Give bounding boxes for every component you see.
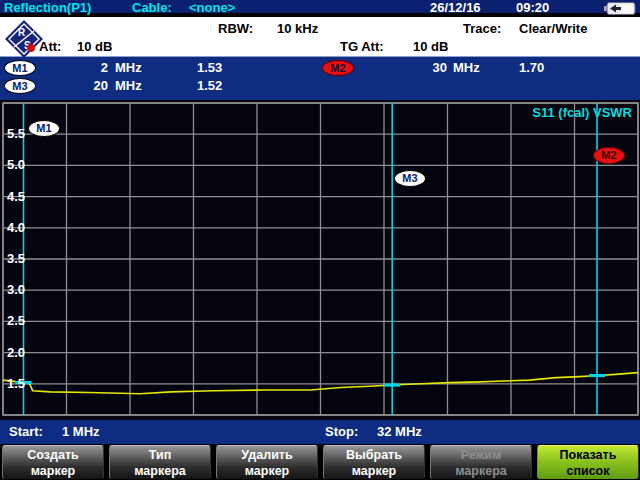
softkey-label: маркер xyxy=(324,463,424,479)
cable-label: Cable: xyxy=(132,0,172,15)
marker-m2-badge: M2 xyxy=(322,60,354,76)
frequency-range-bar: Start: 1 MHz Stop: 32 MHz xyxy=(0,420,640,444)
marker-m2-value: 1.70 xyxy=(519,60,544,76)
softkey-label: список xyxy=(538,463,638,479)
trace-title: S11 (fcal) VSWR xyxy=(532,105,632,120)
y-axis-label: 4.0 xyxy=(7,220,25,236)
marker-m3-badge: M3 xyxy=(4,78,36,94)
marker-m1-frequency: 2 xyxy=(40,60,108,76)
time-text: 09:20 xyxy=(516,0,549,15)
marker-m3-unit: MHz xyxy=(115,78,142,94)
softkey-marker-mode[interactable]: Режим маркера xyxy=(430,445,532,479)
graph-marker-m2-badge[interactable]: M2 xyxy=(593,147,625,164)
softkey-show-list[interactable]: Показать список xyxy=(537,445,639,479)
softkey-label: Создать xyxy=(3,447,103,463)
stop-value: 32 MHz xyxy=(377,424,422,440)
softkey-select-marker[interactable]: Выбрать маркер xyxy=(323,445,425,479)
marker-m1-badge: M1 xyxy=(4,60,36,76)
graph-marker-m1-badge[interactable]: M1 xyxy=(28,120,60,137)
softkey-label: маркер xyxy=(217,463,317,479)
y-axis-label: 2.5 xyxy=(7,313,25,329)
graph-marker-m3-badge[interactable]: M3 xyxy=(394,170,426,187)
att-label: Att: xyxy=(39,39,61,55)
measurement-mode-label: Reflection(P1) xyxy=(4,0,91,15)
start-value: 1 MHz xyxy=(62,424,100,440)
softkey-delete-marker[interactable]: Удалить маркер xyxy=(216,445,318,479)
y-axis-label: 3.0 xyxy=(7,282,25,298)
y-axis-label: 2.0 xyxy=(7,345,25,361)
marker-m2-unit: MHz xyxy=(453,60,480,76)
red-dot-icon xyxy=(27,44,35,52)
rbw-label: RBW: xyxy=(218,21,253,37)
marker-readout-bar: M1 2 MHz 1.53 M2 30 MHz 1.70 M3 20 MHz 1… xyxy=(0,57,640,100)
marker-m1-unit: MHz xyxy=(115,60,142,76)
vswr-chart xyxy=(0,100,640,420)
settings-header: R S RBW: 10 kHz Trace: Clear/Write Att: … xyxy=(0,17,640,57)
marker-m2-frequency: 30 xyxy=(360,60,447,76)
softkey-label: Тип xyxy=(110,447,210,463)
start-label: Start: xyxy=(9,424,43,440)
softkey-label: Показать xyxy=(538,447,638,463)
tg-att-value: 10 dB xyxy=(413,39,448,55)
y-axis-label: 1.5 xyxy=(7,376,25,392)
softkey-label: маркера xyxy=(431,463,531,479)
softkey-label: маркера xyxy=(110,463,210,479)
date-text: 26/12/16 xyxy=(430,0,481,15)
svg-text:R: R xyxy=(18,27,26,38)
softkey-bar: Создать маркер Тип маркера Удалить марке… xyxy=(0,444,640,480)
marker-m1-value: 1.53 xyxy=(197,60,222,76)
trace-mode-value: Clear/Write xyxy=(519,21,587,37)
stop-label: Stop: xyxy=(325,424,358,440)
marker-m3-frequency: 20 xyxy=(40,78,108,94)
analyzer-screen: Reflection(P1) Cable: <none> 26/12/16 09… xyxy=(0,0,640,480)
softkey-marker-type[interactable]: Тип маркера xyxy=(109,445,211,479)
title-bar: Reflection(P1) Cable: <none> 26/12/16 09… xyxy=(0,0,640,15)
softkey-label: Удалить xyxy=(217,447,317,463)
trace-plot-area: 5.55.04.54.03.53.02.52.01.5 S11 (fcal) V… xyxy=(0,100,640,420)
rbw-value: 10 kHz xyxy=(277,21,318,37)
att-value: 10 dB xyxy=(77,39,112,55)
y-axis-label: 4.5 xyxy=(7,189,25,205)
marker-m3-value: 1.52 xyxy=(197,78,222,94)
battery-charging-icon xyxy=(604,1,636,14)
tg-att-label: TG Att: xyxy=(340,39,384,55)
cable-value: <none> xyxy=(189,0,235,15)
softkey-new-marker[interactable]: Создать маркер xyxy=(2,445,104,479)
y-axis-label: 3.5 xyxy=(7,251,25,267)
trace-mode-label: Trace: xyxy=(463,21,501,37)
softkey-label: Режим xyxy=(431,447,531,463)
softkey-label: маркер xyxy=(3,463,103,479)
y-axis-label: 5.5 xyxy=(7,126,25,142)
softkey-label: Выбрать xyxy=(324,447,424,463)
y-axis-label: 5.0 xyxy=(7,157,25,173)
